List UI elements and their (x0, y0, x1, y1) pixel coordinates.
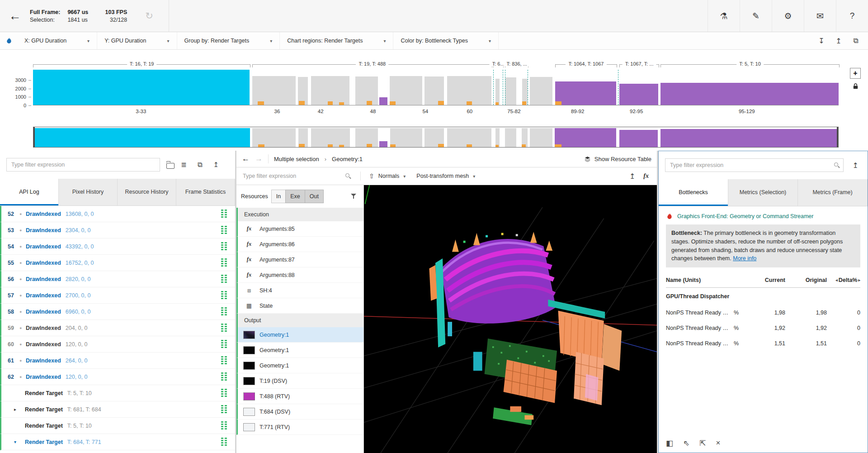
draw-call-row[interactable]: 52●DrawIndexed13608, 0, 0 (0, 206, 235, 222)
resource-row[interactable]: fxArguments:87 (236, 252, 363, 267)
chart-bar-overlay[interactable] (299, 101, 304, 105)
tab-resource-history[interactable]: Resource History (118, 179, 176, 205)
tab-metrics-selection[interactable]: Metrics (Selection) (728, 179, 798, 206)
export-icon[interactable]: ↥ (853, 161, 859, 170)
zoom-in-button[interactable]: + (850, 68, 861, 79)
chart-bar-overlay[interactable] (390, 144, 396, 147)
delta-right-arrow-icon[interactable]: ▸ (858, 278, 860, 282)
clear-selection-icon[interactable]: × (716, 439, 721, 448)
chart-bar-overlay[interactable] (339, 145, 344, 147)
chart-bar-overlay[interactable] (258, 101, 264, 105)
chart-bar-overlay[interactable] (339, 102, 344, 105)
tree-view-icon[interactable]: ≣ (181, 161, 187, 169)
delta-left-arrow-icon[interactable]: ◂ (835, 278, 838, 282)
chart-bar[interactable] (33, 70, 250, 105)
chart-bar[interactable] (555, 128, 616, 147)
lock-icon[interactable] (852, 83, 859, 90)
mesh-mode-dropdown[interactable]: Post-transform mesh ▾ (414, 173, 478, 179)
metric-row[interactable]: NonPS Thread Ready For Di...%1,981,980 (666, 305, 860, 320)
breadcrumb-multiple-selection[interactable]: Multiple selection (274, 156, 319, 162)
chart-bar-overlay[interactable] (328, 144, 333, 147)
expander-icon[interactable]: ▸ (14, 407, 25, 412)
draw-call-row[interactable]: 56●DrawIndexed2820, 0, 0 (0, 271, 235, 287)
draw-call-row[interactable]: 60●DrawIndexed120, 0, 0 (0, 336, 235, 353)
filter-funnel-icon[interactable] (351, 193, 357, 200)
chart-region-bracket[interactable]: T: 1067, T: ... (619, 64, 659, 67)
chart-bar-overlay[interactable] (390, 101, 395, 105)
chart-bar-overlay[interactable] (467, 144, 472, 147)
channel-dropdown[interactable]: ⇧ Normals ▾ (366, 172, 408, 180)
shader-fx-icon[interactable]: fx (643, 172, 649, 180)
toolbar-dropdown[interactable]: X: GPU Duration▾ (17, 32, 97, 49)
toolbar-dropdown[interactable]: Y: GPU Duration▾ (97, 32, 177, 49)
chart-region-bracket[interactable]: T: 6... (493, 64, 504, 67)
chart-region-bracket[interactable]: T: 836, ... (505, 64, 528, 67)
chart-bar[interactable] (311, 76, 350, 105)
draw-call-row[interactable]: 57●DrawIndexed2700, 0, 0 (0, 287, 235, 304)
delta-column-header[interactable]: ◂ Delta% ▸ (827, 277, 860, 283)
chart-bar-overlay[interactable] (495, 145, 499, 147)
chart-bar[interactable] (505, 128, 516, 147)
chart-bar-overlay[interactable] (555, 144, 561, 147)
experiments-icon[interactable]: ⚗ (708, 0, 740, 32)
draw-call-row[interactable]: 59●DrawIndexed204, 0, 0 (0, 320, 235, 336)
chart-region-bracket[interactable]: T: 16, T: 19 (33, 64, 250, 67)
chart-region-bracket[interactable]: T: 5, T: 10 (660, 64, 840, 67)
tab-api-log[interactable]: API Log (0, 179, 59, 205)
chart-bar[interactable] (555, 81, 616, 105)
chart-bar-overlay[interactable] (299, 144, 304, 148)
resource-row[interactable]: T:488 (RTV) (236, 389, 363, 404)
api-filter-input[interactable] (6, 158, 160, 172)
chart-bar[interactable] (530, 128, 552, 147)
resource-row[interactable]: ▦State (236, 298, 363, 314)
chart-bar-overlay[interactable] (328, 101, 333, 105)
tab-bottlenecks[interactable]: Bottlenecks (659, 179, 728, 206)
resource-row[interactable]: T:771 (RTV) (236, 420, 363, 435)
resource-row[interactable]: Geometry:1 (236, 343, 363, 358)
draw-call-row[interactable]: 61●DrawIndexed264, 0, 0 (0, 353, 235, 369)
metric-row[interactable]: NonPS Thread Ready For Di...%1,511,510 (666, 336, 860, 351)
export-icon[interactable]: ↥ (213, 161, 219, 169)
chart-bar[interactable] (379, 141, 387, 148)
resource-row[interactable]: Geometry:1 (236, 358, 363, 373)
draw-call-row[interactable]: 62●DrawIndexed120, 0, 0 (0, 369, 235, 385)
feedback-icon[interactable]: ✎ (740, 0, 772, 32)
chart-bar[interactable] (33, 128, 250, 147)
chart-bar[interactable] (619, 130, 658, 147)
draw-call-row[interactable]: 55●DrawIndexed16752, 0, 0 (0, 255, 235, 271)
resources-filter-exe[interactable]: Exe (285, 190, 305, 203)
details-filter-input[interactable] (242, 170, 355, 182)
draw-call-row[interactable]: 58●DrawIndexed6960, 0, 0 (0, 304, 235, 320)
chart-bar-overlay[interactable] (367, 101, 372, 105)
pointer-select-icon[interactable]: ⇖ (683, 439, 689, 448)
chart-bar-overlay[interactable] (258, 144, 264, 147)
chart-bar[interactable] (660, 129, 838, 147)
current-column-header[interactable]: Current (749, 277, 785, 283)
chart-bar[interactable] (379, 97, 387, 105)
help-icon[interactable]: ? (836, 0, 868, 32)
pointer-jump-icon[interactable]: ⇱ (699, 439, 706, 448)
export-icon[interactable]: ↥ (830, 32, 847, 49)
chart-bar-overlay[interactable] (495, 102, 499, 105)
chart-region-bracket[interactable]: T: 1064, T: 1067 (555, 64, 617, 67)
chart-bar-overlay[interactable] (522, 144, 526, 147)
toolbar-dropdown[interactable]: Chart regions: Render Targets▾ (280, 32, 393, 49)
toolbar-dropdown[interactable]: Group by: Render Targets▾ (177, 32, 280, 49)
open-file-icon[interactable] (166, 163, 175, 169)
resource-row[interactable]: T:684 (DSV) (236, 404, 363, 420)
draw-call-row[interactable]: 54●DrawIndexed43392, 0, 0 (0, 238, 235, 255)
detach-panel-icon[interactable]: ⧉ (847, 32, 864, 49)
refresh-icon[interactable]: ↻ (145, 10, 153, 21)
chart-plot[interactable] (33, 70, 839, 105)
render-target-row[interactable]: Render TargetT: 5, T: 10 (0, 385, 235, 401)
resources-filter-in[interactable]: In (271, 190, 286, 203)
resource-row[interactable]: T:19 (DSV) (236, 373, 363, 389)
resource-row[interactable]: fxArguments:86 (236, 237, 363, 252)
nav-back-icon[interactable]: ← (242, 154, 250, 163)
chart-bar[interactable] (505, 77, 516, 105)
chart-bar-overlay[interactable] (555, 101, 561, 105)
mail-icon[interactable]: ✉ (804, 0, 836, 32)
chart-bar[interactable] (390, 76, 422, 105)
more-info-link[interactable]: More info (733, 255, 756, 262)
settings-icon[interactable]: ⚙ (772, 0, 804, 32)
